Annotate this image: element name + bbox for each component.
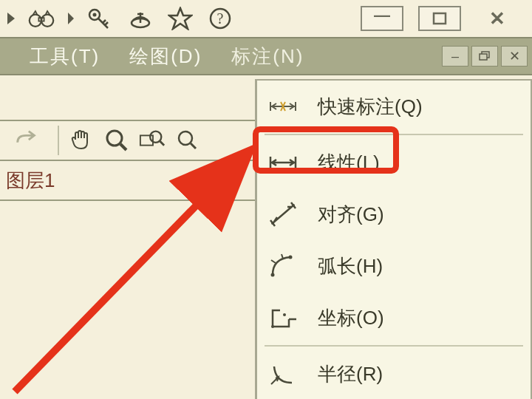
redo-icon[interactable] [13,127,40,154]
svg-text:?: ? [217,10,224,27]
menu-separator [265,134,523,135]
zoom-extents-icon[interactable] [174,127,201,154]
svg-rect-8 [434,13,446,24]
menu-draw[interactable]: 绘图(D) [129,44,202,69]
menu-bar: 工具(T) 绘图(D) 标注(N) – ✕ [0,37,532,75]
dimension-menu: 快速标注(Q) 线性(L) 对齐(G) 弧长( [255,79,532,399]
svg-point-16 [292,204,295,207]
mdi-close[interactable]: ✕ [501,46,528,66]
key-icon[interactable] [87,5,114,32]
zoom-icon[interactable] [103,127,130,154]
svg-point-18 [289,256,293,259]
layer-name[interactable]: 图层1 [6,168,55,194]
title-bar-buttons: — ✕ [361,6,519,31]
mdi-restore[interactable] [471,46,498,66]
close-button[interactable]: ✕ [476,6,519,31]
menu-quick-dimension[interactable]: 快速标注(Q) [257,81,531,132]
quick-dim-icon [267,91,299,122]
menu-item-label: 弧长(H) [318,253,383,279]
svg-rect-10 [480,54,487,60]
menu-item-label: 快速标注(Q) [318,94,423,120]
aligned-dim-icon [267,199,299,230]
menu-item-label: 对齐(G) [318,202,384,228]
menu-radius[interactable]: 半径(R) [257,348,531,399]
zoom-window-icon[interactable] [139,127,166,154]
menu-dimension[interactable]: 标注(N) [231,44,304,69]
svg-point-4 [93,13,97,17]
maximize-button[interactable] [418,6,461,31]
radius-dim-icon [267,358,299,389]
svg-point-15 [271,222,274,225]
minimize-button[interactable]: — [361,6,403,31]
star-icon[interactable] [167,5,194,32]
menu-item-label: 半径(R) [318,361,383,387]
svg-point-14 [179,132,192,145]
menu-separator [265,345,523,347]
help-icon[interactable]: ? [207,5,233,32]
ordinate-dim-icon [267,302,299,333]
expand-marker-icon [7,13,15,24]
binoculars-icon[interactable] [28,5,55,32]
pan-icon[interactable] [68,127,95,154]
svg-point-13 [150,132,161,143]
menu-linear[interactable]: 线性(L) [257,137,531,188]
menu-item-label: 线性(L) [318,150,380,176]
menu-aligned[interactable]: 对齐(G) [257,188,531,240]
menu-tools[interactable]: 工具(T) [30,44,100,69]
svg-point-17 [271,273,275,277]
svg-point-19 [271,325,274,328]
menu-arc-length[interactable]: 弧长(H) [257,240,531,292]
mdi-minimize[interactable]: – [442,46,468,66]
menu-item-label: 坐标(O) [318,305,384,331]
satellite-icon[interactable] [127,5,154,32]
linear-dim-icon [267,147,299,178]
svg-point-20 [283,313,286,316]
expand-marker-icon [68,13,74,24]
arc-dim-icon [267,250,299,282]
mdi-controls: – ✕ [442,46,528,66]
menu-ordinate[interactable]: 坐标(O) [257,292,531,344]
svg-point-11 [107,131,122,146]
